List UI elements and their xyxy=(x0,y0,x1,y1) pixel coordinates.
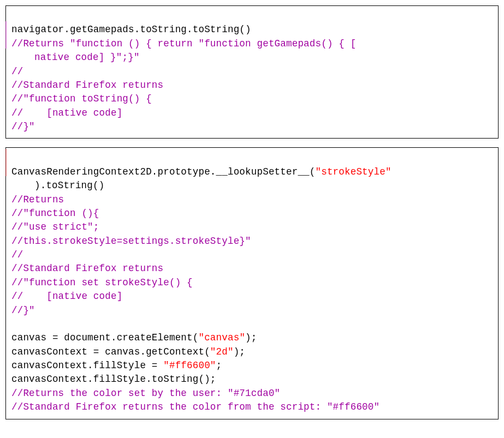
comment-line: // [native code] xyxy=(11,107,122,118)
code-line: canvasContext.fillStyle.toString(); xyxy=(11,374,216,385)
comment-line: //Returns the color set by the user: "#7… xyxy=(11,388,280,399)
comment-line: //Standard Firefox returns xyxy=(11,263,163,274)
code-line: canvasContext = canvas.getContext("2d"); xyxy=(11,346,245,357)
code-line: ).toString() xyxy=(11,180,104,191)
comment-line: //Standard Firefox returns xyxy=(11,80,163,91)
code-line: canvasContext.fillStyle = "#ff6600"; xyxy=(11,360,222,371)
comment-line: //Returns "function () { return "functio… xyxy=(11,38,356,49)
code-line: navigator.getGamepads.toString.toString(… xyxy=(11,24,251,35)
comment-line: //"function toString() { xyxy=(11,93,152,104)
comment-line: native code] }";}" xyxy=(11,52,140,63)
code-line: CanvasRenderingContext2D.prototype.__loo… xyxy=(11,166,392,177)
comment-line: // xyxy=(11,66,23,77)
comment-line: //Returns xyxy=(11,194,64,205)
comment-line: //}" xyxy=(11,305,35,316)
code-block-2: CanvasRenderingContext2D.prototype.__loo… xyxy=(5,147,499,419)
comment-line: //"function (){ xyxy=(11,208,99,219)
comment-line: //"use strict"; xyxy=(11,221,99,232)
comment-line: //Standard Firefox returns the color fro… xyxy=(11,401,380,412)
code-block-1: navigator.getGamepads.toString.toString(… xyxy=(5,5,499,139)
comment-line: // xyxy=(11,249,23,260)
comment-line: //}" xyxy=(11,121,35,132)
code-line: canvas = document.createElement("canvas"… xyxy=(11,332,257,343)
comment-line: //this.strokeStyle=settings.strokeStyle}… xyxy=(11,236,251,247)
comment-line: //"function set strokeStyle() { xyxy=(11,277,193,288)
comment-line: // [native code] xyxy=(11,291,122,302)
